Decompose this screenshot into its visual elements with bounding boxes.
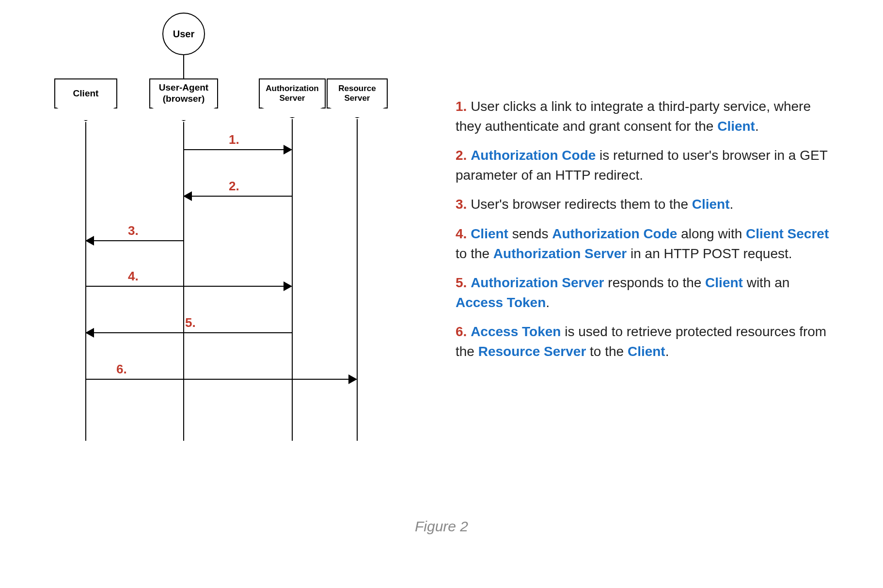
lifeline-auth-server <box>292 119 293 441</box>
desc-3-client: Client <box>692 197 730 212</box>
step-3-label: 3. <box>128 223 139 238</box>
auth-server-label-1: Authorization <box>266 84 319 93</box>
desc-6-num: 6. <box>456 324 467 339</box>
desc-2-authcode: Authorization Code <box>471 148 596 163</box>
lifeline-resource-server <box>357 119 358 441</box>
client-label: Client <box>73 88 99 99</box>
actor-user-stem <box>183 55 184 78</box>
desc-6-resourceserver: Resource Server <box>478 344 586 359</box>
arrow-step-3 <box>86 240 183 241</box>
actor-user-label: User <box>173 29 194 40</box>
description-panel: 1. User clicks a link to integrate a thi… <box>446 10 864 446</box>
arrow-step-2 <box>184 196 292 197</box>
desc-5-accesstoken: Access Token <box>456 295 546 310</box>
lifeline-head-resource-server: Resource Server <box>327 78 388 108</box>
step-2-label: 2. <box>229 179 239 194</box>
step-6-label: 6. <box>116 362 127 377</box>
lifeline-user-agent <box>183 122 184 441</box>
desc-5-num: 5. <box>456 275 467 290</box>
desc-4-authcode: Authorization Code <box>552 226 677 241</box>
step-1-label: 1. <box>229 132 239 147</box>
desc-step-6: 6. Access Token is used to retrieve prot… <box>456 322 835 361</box>
desc-step-1: 1. User clicks a link to integrate a thi… <box>456 97 835 136</box>
desc-4-client: Client <box>471 226 508 241</box>
desc-4-clientsecret: Client Secret <box>746 226 829 241</box>
desc-step-3: 3. User's browser redirects them to the … <box>456 195 835 215</box>
step-4-label: 4. <box>128 269 139 284</box>
step-5-label: 5. <box>185 315 196 330</box>
arrow-step-1 <box>184 149 291 150</box>
desc-1-client: Client <box>717 119 755 134</box>
arrow-step-4 <box>86 286 291 287</box>
desc-2-num: 2. <box>456 148 467 163</box>
arrow-step-6 <box>86 379 356 380</box>
resource-server-label-1: Resource <box>338 84 376 93</box>
figure-caption: Figure 2 <box>0 518 883 535</box>
desc-6-accesstoken: Access Token <box>471 324 561 339</box>
resource-server-label-2: Server <box>338 93 376 103</box>
sequence-diagram: User Client User-Agent (browser) Authori… <box>19 10 446 446</box>
desc-6-client: Client <box>628 344 665 359</box>
user-agent-label-1: User-Agent <box>159 82 208 93</box>
lifeline-head-client: Client <box>54 78 117 108</box>
desc-3-num: 3. <box>456 197 467 212</box>
lifeline-head-user-agent: User-Agent (browser) <box>149 78 218 108</box>
lifeline-client <box>85 122 86 441</box>
arrow-step-5 <box>86 332 292 333</box>
desc-step-5: 5. Authorization Server responds to the … <box>456 273 835 312</box>
desc-5-authserver: Authorization Server <box>471 275 604 290</box>
desc-1-num: 1. <box>456 99 467 114</box>
desc-4-authserver: Authorization Server <box>493 246 627 261</box>
desc-step-4: 4. Client sends Authorization Code along… <box>456 224 835 263</box>
lifeline-head-auth-server: Authorization Server <box>259 78 326 108</box>
desc-5-client: Client <box>705 275 743 290</box>
desc-step-2: 2. Authorization Code is returned to use… <box>456 146 835 185</box>
desc-4-num: 4. <box>456 226 467 241</box>
auth-server-label-2: Server <box>266 93 319 103</box>
actor-user: User <box>162 13 205 55</box>
user-agent-label-2: (browser) <box>159 93 208 105</box>
